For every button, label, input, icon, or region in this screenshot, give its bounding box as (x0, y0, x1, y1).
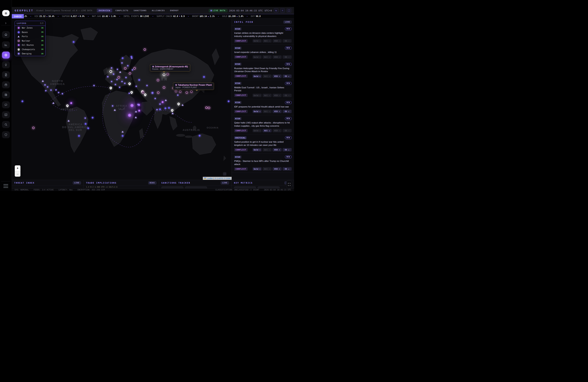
emerging-marker[interactable] (119, 87, 120, 88)
leaflet-link[interactable]: Leaflet (207, 177, 213, 179)
emerging-marker[interactable] (137, 104, 139, 105)
emerging-marker[interactable] (177, 95, 178, 96)
emerging-marker[interactable] (116, 79, 118, 80)
emerging-marker[interactable] (111, 67, 112, 69)
emerging-marker[interactable] (131, 57, 133, 59)
feed-item[interactable]: HIGHNEWIDF prepares for potential Houthi… (232, 99, 294, 115)
fullscreen-button[interactable] (287, 8, 291, 13)
nuclear-marker[interactable] (163, 87, 165, 89)
chokepoint-marker[interactable] (177, 102, 180, 105)
port-marker[interactable] (114, 109, 116, 111)
world-map[interactable]: NORTH AMERICAAMÉRICAAMÉRICA DO SUL;AMÉRI… (12, 19, 231, 180)
feed-item[interactable]: CRITICALNEWSafest position to get in if … (232, 134, 294, 154)
sidebar-item-security[interactable] (2, 131, 10, 138)
layer-toggle-nuclear[interactable]: NuclearON (15, 39, 45, 43)
emerging-marker[interactable] (136, 86, 137, 87)
expand-sidebar-button[interactable] (3, 21, 8, 26)
base-marker[interactable] (164, 107, 167, 110)
emerging-marker[interactable] (47, 86, 48, 88)
emerging-marker[interactable] (58, 92, 59, 93)
base-marker[interactable] (121, 57, 124, 59)
emerging-marker[interactable] (121, 81, 123, 82)
emerging-marker[interactable] (127, 65, 129, 67)
emerging-marker[interactable] (112, 105, 113, 107)
port-marker[interactable] (119, 71, 121, 73)
layer-toggle-oil[interactable]: Oil RoutesON (15, 43, 45, 47)
emerging-marker[interactable] (124, 83, 126, 84)
base-marker[interactable] (227, 100, 230, 102)
nuclear-marker-highlighted[interactable] (163, 73, 165, 76)
emerging-marker[interactable] (154, 98, 156, 99)
sidebar-item-news[interactable] (2, 91, 10, 98)
sidebar-item-chat[interactable] (2, 101, 10, 108)
base-marker[interactable] (138, 79, 140, 81)
nuclear-marker[interactable] (175, 90, 177, 92)
map-fullscreen-button[interactable] (223, 172, 226, 176)
emerging-marker[interactable] (156, 109, 158, 110)
chokepoint-marker[interactable] (109, 86, 112, 90)
port-marker[interactable] (122, 131, 124, 133)
tab-energy[interactable]: ENERGY (168, 9, 181, 12)
feed-item[interactable]: HIGHNEWPMQs - Starmer to face MPs after … (232, 154, 294, 173)
nuclear-marker[interactable] (179, 91, 181, 93)
emerging-marker[interactable] (159, 103, 161, 105)
sidebar-item-insights[interactable] (2, 61, 10, 68)
emerging-marker[interactable] (128, 93, 130, 94)
nuclear-marker[interactable] (144, 48, 146, 51)
chokepoint-marker[interactable] (128, 82, 131, 85)
sidebar-item-reports[interactable] (2, 71, 10, 78)
collapse-panels-button[interactable] (286, 180, 292, 188)
layer-toggle-base[interactable]: BasesON (15, 30, 45, 35)
zoom-in-button[interactable]: + (15, 165, 21, 171)
emerging-marker[interactable] (121, 62, 123, 63)
war-zone-marker[interactable] (138, 110, 140, 112)
base-marker[interactable] (203, 76, 205, 78)
base-marker[interactable] (121, 135, 124, 137)
tab-conflicts[interactable]: CONFLICTS (113, 9, 130, 12)
emerging-marker[interactable] (107, 76, 109, 77)
chokepoint-marker[interactable] (144, 93, 147, 96)
port-marker[interactable] (135, 111, 137, 112)
emerging-marker[interactable] (132, 69, 133, 71)
tab-overview[interactable]: OVERVIEW (97, 9, 112, 12)
layer-toggle-chokepoint[interactable]: ChokepointsON (15, 47, 45, 52)
nuclear-marker[interactable] (167, 73, 169, 75)
base-marker[interactable] (78, 135, 80, 137)
refresh-button[interactable]: ↻ (274, 8, 278, 13)
sidebar-item-library[interactable] (2, 111, 10, 118)
emerging-marker[interactable] (126, 77, 127, 78)
nuclear-marker-highlighted[interactable] (109, 70, 112, 73)
feed-item[interactable]: HIGHNEWIsrael expands Lebanon strikes , … (232, 45, 294, 61)
base-marker[interactable] (72, 41, 75, 43)
nuclear-marker[interactable] (208, 107, 210, 109)
nuclear-marker[interactable] (157, 92, 159, 94)
base-marker[interactable] (168, 107, 170, 109)
war-zone-marker[interactable] (70, 102, 72, 104)
tab-alliances[interactable]: ALLIANCES (150, 9, 167, 12)
feed-item[interactable]: HIGHNEWQatar halts LNG output after atta… (232, 115, 294, 134)
war-zone-marker-large[interactable] (128, 114, 131, 117)
emerging-marker[interactable] (50, 89, 52, 91)
emerging-marker[interactable] (115, 84, 116, 85)
feed-item[interactable]: HIGHNEWIranian strikes on Amazon data ce… (232, 26, 294, 45)
emerging-marker[interactable] (55, 89, 57, 91)
feed-item[interactable]: HIGHNEWRussian Helicopter Shot Down by F… (232, 61, 294, 80)
sidebar-item-calendar[interactable] (2, 81, 10, 88)
port-marker[interactable] (182, 104, 184, 106)
port-marker[interactable] (135, 117, 137, 118)
port-marker[interactable] (172, 113, 174, 114)
emerging-marker[interactable] (45, 90, 47, 91)
base-marker[interactable] (84, 123, 87, 125)
base-marker[interactable] (159, 108, 161, 110)
emerging-marker[interactable] (152, 92, 153, 94)
layer-toggle-warzone[interactable]: War ZonesON (15, 26, 45, 30)
emerging-marker[interactable] (113, 74, 114, 75)
zoom-out-button[interactable]: − (15, 171, 21, 177)
port-marker[interactable] (42, 80, 44, 82)
carto-link[interactable]: © CARTO (215, 177, 223, 179)
port-marker[interactable] (165, 99, 167, 101)
nuclear-marker[interactable] (186, 91, 188, 94)
emerging-marker[interactable] (84, 117, 86, 119)
sidebar-item-search[interactable] (2, 121, 10, 128)
chokepoint-marker[interactable] (130, 91, 133, 94)
